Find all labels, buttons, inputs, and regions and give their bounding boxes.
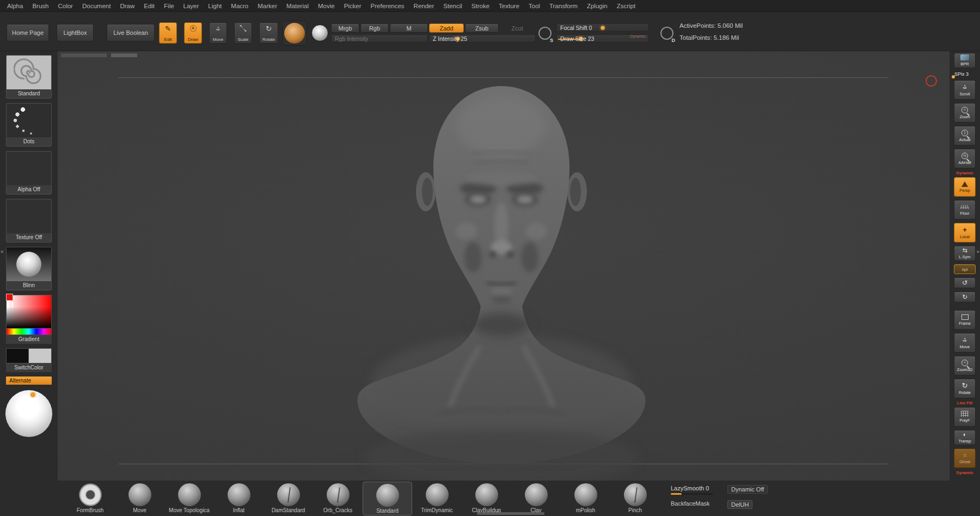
brush-formbrush[interactable]: FormBrush bbox=[65, 483, 115, 513]
brush-move-topological[interactable]: Move Topologica bbox=[164, 483, 214, 513]
tray-scrollbar[interactable] bbox=[477, 512, 544, 515]
perspective-toggle[interactable]: Persp bbox=[954, 177, 976, 197]
menu-item-macro[interactable]: Macro bbox=[231, 3, 248, 9]
menu-item-transform[interactable]: Transform bbox=[549, 3, 578, 9]
current-brush-preview[interactable] bbox=[282, 21, 307, 46]
lazysmooth-track[interactable] bbox=[671, 493, 713, 495]
backfacemask-button[interactable]: BackfaceMask bbox=[671, 500, 721, 509]
scroll-canvas-button[interactable]: Scroll bbox=[954, 80, 976, 100]
spin-right-button[interactable] bbox=[954, 292, 976, 302]
brush-inflat[interactable]: Inflat bbox=[214, 483, 264, 513]
edit-button[interactable]: Edit bbox=[159, 22, 177, 44]
brush-mpolish[interactable]: mPolish bbox=[561, 483, 610, 513]
rgb-button[interactable]: Rgb bbox=[360, 23, 389, 33]
menu-item-tool[interactable]: Tool bbox=[529, 3, 540, 9]
sculptris-pro-toggle[interactable]: S bbox=[537, 26, 553, 43]
bpr-render-button[interactable]: BPR bbox=[954, 53, 976, 68]
brush-pinch[interactable]: Pinch bbox=[610, 483, 660, 513]
scale-gizmo-button[interactable]: Scale bbox=[234, 22, 252, 44]
menu-item-brush[interactable]: Brush bbox=[32, 3, 48, 9]
polyframe-toggle[interactable]: PolyF bbox=[954, 407, 976, 427]
menu-item-texture[interactable]: Texture bbox=[499, 3, 519, 9]
menu-item-stroke[interactable]: Stroke bbox=[471, 3, 489, 9]
menu-item-alpha[interactable]: Alpha bbox=[7, 3, 23, 9]
brush-damstandard[interactable]: DamStandard bbox=[264, 483, 313, 513]
main-color-swatch[interactable] bbox=[6, 348, 29, 363]
zcut-button[interactable]: Zcut bbox=[500, 23, 535, 33]
zsub-button[interactable]: Zsub bbox=[465, 23, 499, 33]
menu-item-movie[interactable]: Movie bbox=[318, 3, 335, 9]
focal-shift-slider[interactable]: Focal Shift 0 bbox=[556, 23, 649, 32]
z-intensity-slider[interactable]: Z Intensity 25 bbox=[429, 34, 536, 43]
dynamic-subdiv-toggle[interactable]: D bbox=[659, 26, 675, 43]
spin-left-button[interactable] bbox=[954, 277, 976, 288]
menu-item-render[interactable]: Render bbox=[414, 3, 434, 9]
alternate-button[interactable]: Alternate bbox=[6, 377, 52, 385]
local-symmetry-toggle[interactable]: L.Sym bbox=[954, 246, 976, 261]
menu-item-zplugin[interactable]: Zplugin bbox=[587, 3, 608, 9]
current-material-preview[interactable] bbox=[311, 25, 328, 41]
menu-item-edit[interactable]: Edit bbox=[144, 3, 155, 9]
switch-color-widget[interactable]: SwitchColor bbox=[6, 348, 52, 372]
menu-item-color[interactable]: Color bbox=[58, 3, 72, 9]
menu-item-file[interactable]: File bbox=[164, 3, 174, 9]
rotate-camera-button[interactable]: Rotate bbox=[954, 379, 976, 398]
color-picker[interactable]: Gradient bbox=[6, 295, 52, 344]
lightbox-button[interactable]: LightBox bbox=[57, 24, 94, 41]
sculpted-head-model[interactable] bbox=[58, 51, 950, 481]
menu-item-picker[interactable]: Picker bbox=[344, 3, 362, 9]
brush-orb-cracks[interactable]: Orb_Cracks bbox=[313, 483, 363, 513]
slider-knob[interactable] bbox=[601, 26, 605, 29]
move-camera-button[interactable]: Move bbox=[954, 333, 976, 353]
menu-item-marker[interactable]: Marker bbox=[258, 3, 277, 9]
menu-item-material[interactable]: Material bbox=[286, 3, 309, 9]
menu-item-zscript[interactable]: Zscript bbox=[617, 3, 636, 9]
m-button[interactable]: M bbox=[390, 23, 428, 33]
document-canvas[interactable] bbox=[58, 51, 950, 481]
color-intensity-sphere[interactable] bbox=[5, 390, 52, 437]
current-stroke-slot[interactable]: Dots bbox=[6, 103, 52, 147]
move-gizmo-button[interactable]: Move bbox=[209, 22, 227, 44]
local-transform-toggle[interactable]: Local bbox=[954, 223, 976, 242]
menu-item-draw[interactable]: Draw bbox=[120, 3, 134, 9]
zoom3d-button[interactable]: Zoom3D bbox=[954, 356, 976, 375]
right-panel-toggle[interactable] bbox=[976, 248, 979, 254]
menu-item-layer[interactable]: Layer bbox=[183, 3, 199, 9]
floor-grid-toggle[interactable]: Floor bbox=[954, 200, 976, 220]
menu-item-preferences[interactable]: Preferences bbox=[371, 3, 405, 9]
spix-slider[interactable]: SPix 3 bbox=[953, 71, 976, 77]
deluh-button[interactable]: DelUH bbox=[727, 500, 752, 509]
current-material-slot[interactable]: Blinn bbox=[6, 247, 52, 290]
hue-strip[interactable] bbox=[6, 329, 52, 335]
xyz-rotation-toggle[interactable]: xyz bbox=[954, 264, 976, 274]
menu-item-stencil[interactable]: Stencil bbox=[443, 3, 462, 9]
mrgb-button[interactable]: Mrgb bbox=[331, 23, 359, 33]
current-brush-slot[interactable]: Standard bbox=[6, 55, 52, 99]
current-alpha-slot[interactable]: Alpha Off bbox=[6, 151, 52, 195]
brush-trimdynamic[interactable]: TrimDynamic bbox=[412, 483, 462, 513]
brush-standard[interactable]: Standard bbox=[363, 482, 412, 515]
brush-move[interactable]: Move bbox=[115, 483, 164, 513]
home-page-button[interactable]: Home Page bbox=[7, 24, 49, 41]
zoom-canvas-button[interactable]: Zoom bbox=[954, 103, 976, 123]
menu-item-document[interactable]: Document bbox=[82, 3, 111, 9]
live-boolean-button[interactable]: Live Boolean bbox=[107, 24, 155, 41]
lazysmooth-slider[interactable]: LazySmooth 0 bbox=[671, 485, 721, 495]
current-texture-slot[interactable]: Texture Off bbox=[6, 199, 52, 242]
rotate-gizmo-button[interactable]: Rotate bbox=[259, 22, 278, 44]
aahalf-button[interactable]: AAHalf bbox=[954, 149, 976, 168]
current-color-swatch[interactable] bbox=[6, 294, 13, 301]
transparency-toggle[interactable]: Transp bbox=[954, 430, 976, 445]
brush-clay[interactable]: Clay bbox=[511, 483, 561, 513]
draw-size-dynamic-toggle[interactable]: Dynamic bbox=[630, 34, 646, 39]
actual-size-button[interactable]: Actual bbox=[954, 126, 976, 145]
draw-button[interactable]: Draw bbox=[184, 22, 202, 44]
rgb-intensity-slider[interactable]: Rgb Intensity bbox=[331, 34, 428, 43]
menu-item-light[interactable]: Light bbox=[208, 3, 222, 9]
ghost-transparency-toggle[interactable]: Ghost bbox=[954, 448, 976, 468]
secondary-color-swatch[interactable] bbox=[29, 348, 52, 363]
brush-claybuildup[interactable]: ClayBuildup bbox=[462, 483, 511, 513]
frame-mesh-button[interactable]: Frame bbox=[954, 310, 976, 330]
left-panel-toggle[interactable] bbox=[1, 248, 4, 254]
zadd-button[interactable]: Zadd bbox=[429, 23, 464, 33]
